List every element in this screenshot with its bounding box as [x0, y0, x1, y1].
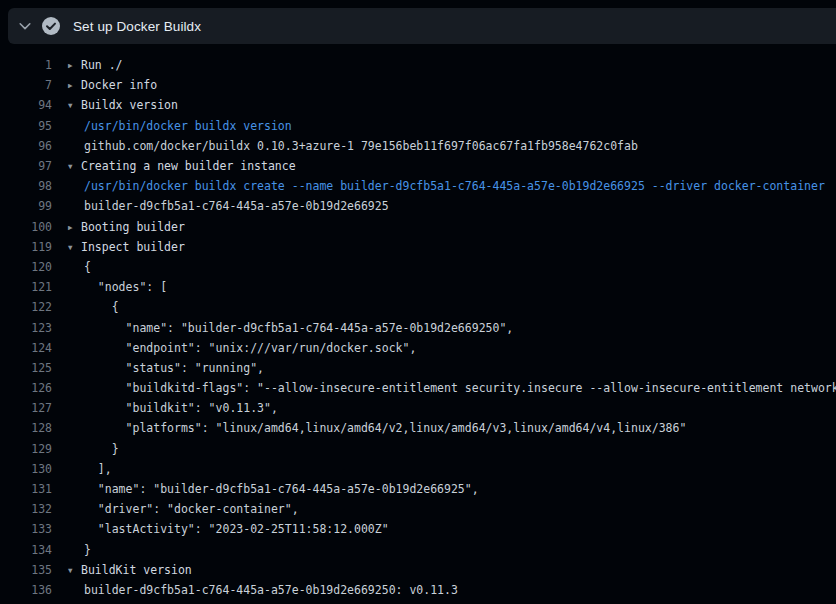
log-line: 98/usr/bin/docker buildx create --name b… [0, 176, 836, 196]
group-title: Inspect builder [81, 240, 185, 254]
log-text: builder-d9cfb5a1-c764-445a-a57e-0b19d2e6… [84, 199, 389, 213]
log-view: 1▶Run ./7▶Docker info94▼Buildx version95… [0, 44, 836, 600]
line-number[interactable]: 127 [0, 401, 52, 415]
log-text: "driver": "docker-container", [84, 502, 299, 516]
log-group-row[interactable]: 119▼Inspect builder [0, 237, 836, 257]
line-number[interactable]: 128 [0, 421, 52, 435]
group-title: Buildx version [81, 98, 178, 112]
log-text: { [84, 300, 119, 314]
log-group-row[interactable]: 1▶Run ./ [0, 55, 836, 75]
triangle-right-icon: ▶ [68, 223, 81, 232]
log-line: 123 "name": "builder-d9cfb5a1-c764-445a-… [0, 317, 836, 337]
group-title: BuildKit version [81, 563, 192, 577]
line-number[interactable]: 126 [0, 381, 52, 395]
log-group-row[interactable]: 97▼Creating a new builder instance [0, 156, 836, 176]
line-number[interactable]: 136 [0, 583, 52, 597]
log-line: 134} [0, 540, 836, 560]
line-number[interactable]: 124 [0, 341, 52, 355]
log-line: 136builder-d9cfb5a1-c764-445a-a57e-0b19d… [0, 580, 836, 600]
line-number[interactable]: 129 [0, 442, 52, 456]
line-number[interactable]: 95 [0, 119, 52, 133]
log-text: "nodes": [ [84, 280, 167, 294]
log-text: github.com/docker/buildx 0.10.3+azure-1 … [84, 139, 638, 153]
log-group-row[interactable]: 100▶Booting builder [0, 217, 836, 237]
triangle-right-icon: ▶ [68, 81, 81, 90]
log-line: 128 "platforms": "linux/amd64,linux/amd6… [0, 418, 836, 438]
log-line: 126 "buildkitd-flags": "--allow-insecure… [0, 378, 836, 398]
line-number[interactable]: 121 [0, 280, 52, 294]
log-line: 122 { [0, 297, 836, 317]
line-number[interactable]: 100 [0, 220, 52, 234]
line-number[interactable]: 97 [0, 159, 52, 173]
log-line: 130 ], [0, 459, 836, 479]
triangle-right-icon: ▶ [68, 61, 81, 70]
log-text: { [84, 260, 91, 274]
line-number[interactable]: 94 [0, 98, 52, 112]
log-line: 127 "buildkit": "v0.11.3", [0, 398, 836, 418]
log-text: } [84, 543, 91, 557]
line-number[interactable]: 120 [0, 260, 52, 274]
line-number[interactable]: 99 [0, 199, 52, 213]
line-number[interactable]: 1 [0, 58, 52, 72]
log-line: 124 "endpoint": "unix:///var/run/docker.… [0, 338, 836, 358]
line-number[interactable]: 132 [0, 502, 52, 516]
log-group-row[interactable]: 135▼BuildKit version [0, 560, 836, 580]
log-text: "endpoint": "unix:///var/run/docker.sock… [84, 341, 416, 355]
log-line: 95/usr/bin/docker buildx version [0, 116, 836, 136]
group-title: Docker info [81, 78, 157, 92]
log-line: 125 "status": "running", [0, 358, 836, 378]
log-text: "status": "running", [84, 361, 264, 375]
log-text: "platforms": "linux/amd64,linux/amd64/v2… [84, 421, 686, 435]
line-number[interactable]: 119 [0, 240, 52, 254]
collapse-step-button[interactable] [8, 8, 42, 44]
chevron-down-icon [18, 19, 32, 33]
log-line: 133 "lastActivity": "2023-02-25T11:58:12… [0, 519, 836, 539]
triangle-down-icon: ▼ [68, 243, 81, 252]
log-text: "buildkitd-flags": "--allow-insecure-ent… [84, 381, 836, 395]
line-number[interactable]: 130 [0, 462, 52, 476]
line-number[interactable]: 131 [0, 482, 52, 496]
log-lines: 1▶Run ./7▶Docker info94▼Buildx version95… [0, 55, 836, 600]
line-number[interactable]: 125 [0, 361, 52, 375]
line-number[interactable]: 98 [0, 179, 52, 193]
log-line: 132 "driver": "docker-container", [0, 499, 836, 519]
group-title: Run ./ [81, 58, 123, 72]
log-text: "name": "builder-d9cfb5a1-c764-445a-a57e… [84, 482, 479, 496]
triangle-down-icon: ▼ [68, 101, 81, 110]
triangle-down-icon: ▼ [68, 566, 81, 575]
line-number[interactable]: 134 [0, 543, 52, 557]
log-text: "name": "builder-d9cfb5a1-c764-445a-a57e… [84, 321, 513, 335]
line-number[interactable]: 7 [0, 78, 52, 92]
step-title: Set up Docker Buildx [73, 19, 201, 34]
log-line: 129 } [0, 439, 836, 459]
line-number[interactable]: 135 [0, 563, 52, 577]
log-group-row[interactable]: 7▶Docker info [0, 75, 836, 95]
log-line: 96github.com/docker/buildx 0.10.3+azure-… [0, 136, 836, 156]
check-circle-icon [42, 17, 60, 35]
log-text: builder-d9cfb5a1-c764-445a-a57e-0b19d2e6… [84, 583, 458, 597]
log-text: ], [84, 462, 112, 476]
log-line: 99builder-d9cfb5a1-c764-445a-a57e-0b19d2… [0, 196, 836, 216]
log-line: 121 "nodes": [ [0, 277, 836, 297]
log-group-row[interactable]: 94▼Buildx version [0, 95, 836, 115]
command-text: /usr/bin/docker buildx create --name bui… [84, 179, 825, 193]
line-number[interactable]: 133 [0, 522, 52, 536]
command-text: /usr/bin/docker buildx version [84, 119, 292, 133]
log-text: "buildkit": "v0.11.3", [84, 401, 278, 415]
log-line: 131 "name": "builder-d9cfb5a1-c764-445a-… [0, 479, 836, 499]
log-text: } [84, 442, 119, 456]
group-title: Creating a new builder instance [81, 159, 296, 173]
log-text: "lastActivity": "2023-02-25T11:58:12.000… [84, 522, 389, 536]
line-number[interactable]: 123 [0, 321, 52, 335]
line-number[interactable]: 96 [0, 139, 52, 153]
step-header: Set up Docker Buildx [8, 8, 836, 44]
triangle-down-icon: ▼ [68, 162, 81, 171]
log-line: 120{ [0, 257, 836, 277]
line-number[interactable]: 122 [0, 300, 52, 314]
group-title: Booting builder [81, 220, 185, 234]
